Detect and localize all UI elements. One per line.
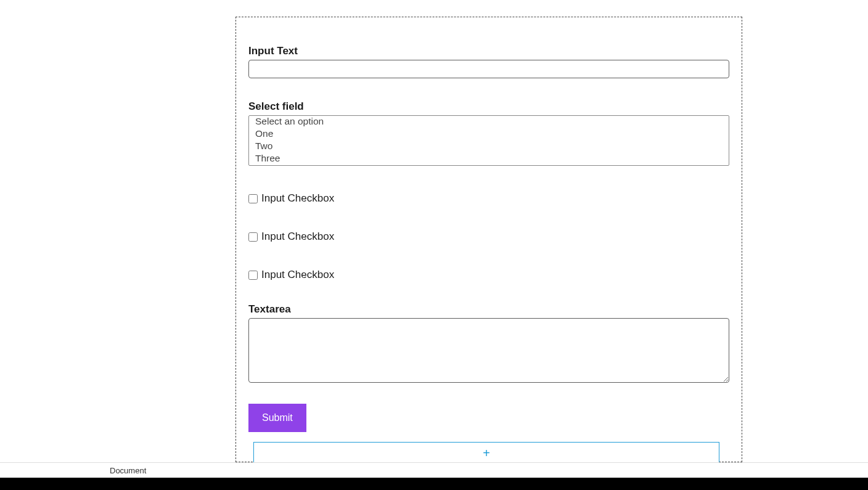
field-select: Select field Select an option One Two Th… (248, 100, 729, 166)
editor-canvas: Input Text Select field Select an option… (0, 0, 868, 462)
select-option[interactable]: Three (249, 153, 729, 165)
breadcrumb-bar: Document (0, 462, 868, 478)
input-text-label: Input Text (248, 45, 729, 57)
footer-letterbox (0, 478, 868, 490)
checkbox-row: Input Checkbox (248, 192, 729, 205)
select-field[interactable]: Select an option One Two Three (248, 115, 729, 166)
checkbox-label: Input Checkbox (261, 192, 334, 205)
submit-wrap: Submit (248, 404, 729, 432)
input-text-field[interactable] (248, 60, 729, 78)
block-appender[interactable]: + (253, 442, 719, 464)
checkbox-input[interactable] (248, 194, 258, 203)
field-input-text: Input Text (248, 45, 729, 78)
checkbox-row: Input Checkbox (248, 231, 729, 243)
select-option[interactable]: Select an option (249, 116, 729, 128)
select-label: Select field (248, 100, 729, 113)
plus-icon: + (483, 447, 490, 459)
checkbox-group: Input Checkbox Input Checkbox Input Chec… (248, 192, 729, 281)
select-option[interactable]: One (249, 128, 729, 141)
checkbox-input[interactable] (248, 271, 258, 280)
field-textarea: Textarea (248, 303, 729, 385)
select-option[interactable]: Two (249, 141, 729, 153)
textarea-label: Textarea (248, 303, 729, 316)
checkbox-input[interactable] (248, 232, 258, 242)
checkbox-row: Input Checkbox (248, 269, 729, 281)
submit-button[interactable]: Submit (248, 404, 306, 432)
textarea-field[interactable] (248, 318, 729, 383)
checkbox-label: Input Checkbox (261, 231, 334, 243)
breadcrumb-item[interactable]: Document (110, 466, 146, 475)
checkbox-label: Input Checkbox (261, 269, 334, 281)
form-block[interactable]: Input Text Select field Select an option… (235, 17, 742, 462)
